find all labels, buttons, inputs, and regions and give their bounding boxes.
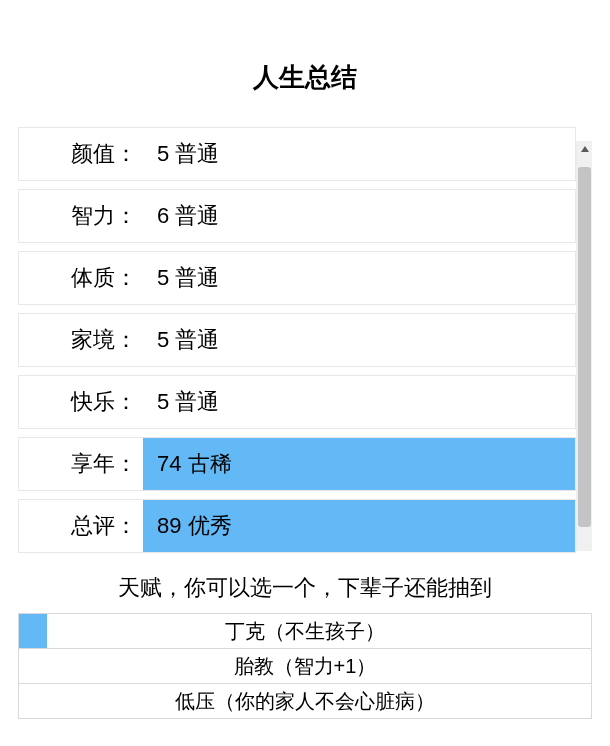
- talent-label: 胎教（智力+1）: [234, 653, 377, 680]
- talent-list: 丁克（不生孩子）胎教（智力+1）低压（你的家人不会心脏病）: [18, 613, 592, 719]
- stat-value: 5 普通: [143, 128, 575, 180]
- stat-label: 快乐：: [19, 376, 143, 428]
- stat-value: 89 优秀: [143, 500, 575, 552]
- stat-row: 智力：6 普通: [18, 189, 576, 243]
- scroll-up-arrow-icon[interactable]: [577, 141, 592, 157]
- stat-row: 享年：74 古稀: [18, 437, 576, 491]
- talent-option[interactable]: 低压（你的家人不会心脏病）: [18, 683, 592, 719]
- talent-heading: 天赋，你可以选一个，下辈子还能抽到: [18, 573, 592, 603]
- stat-row: 家境：5 普通: [18, 313, 576, 367]
- talent-option[interactable]: 丁克（不生孩子）: [18, 613, 592, 649]
- scrollbar-thumb[interactable]: [578, 167, 591, 527]
- selection-marker: [19, 614, 47, 648]
- stat-row: 颜值：5 普通: [18, 127, 576, 181]
- stat-row: 快乐：5 普通: [18, 375, 576, 429]
- stat-label: 颜值：: [19, 128, 143, 180]
- stat-label: 家境：: [19, 314, 143, 366]
- page-title: 人生总结: [0, 60, 610, 95]
- stat-value: 6 普通: [143, 190, 575, 242]
- stat-label: 体质：: [19, 252, 143, 304]
- stat-value: 5 普通: [143, 376, 575, 428]
- stat-value: 5 普通: [143, 314, 575, 366]
- stat-row: 总评：89 优秀: [18, 499, 576, 553]
- stat-label: 总评：: [19, 500, 143, 552]
- stat-row: 体质：5 普通: [18, 251, 576, 305]
- scrollbar[interactable]: [576, 141, 592, 551]
- stats-list: 颜值：5 普通智力：6 普通体质：5 普通家境：5 普通快乐：5 普通享年：74…: [18, 127, 576, 553]
- summary-scroll-area: 颜值：5 普通智力：6 普通体质：5 普通家境：5 普通快乐：5 普通享年：74…: [18, 127, 592, 553]
- talent-label: 丁克（不生孩子）: [225, 618, 385, 645]
- stat-value: 5 普通: [143, 252, 575, 304]
- talent-option[interactable]: 胎教（智力+1）: [18, 648, 592, 684]
- stat-label: 享年：: [19, 438, 143, 490]
- talent-label: 低压（你的家人不会心脏病）: [175, 688, 435, 715]
- stat-value: 74 古稀: [143, 438, 575, 490]
- stat-label: 智力：: [19, 190, 143, 242]
